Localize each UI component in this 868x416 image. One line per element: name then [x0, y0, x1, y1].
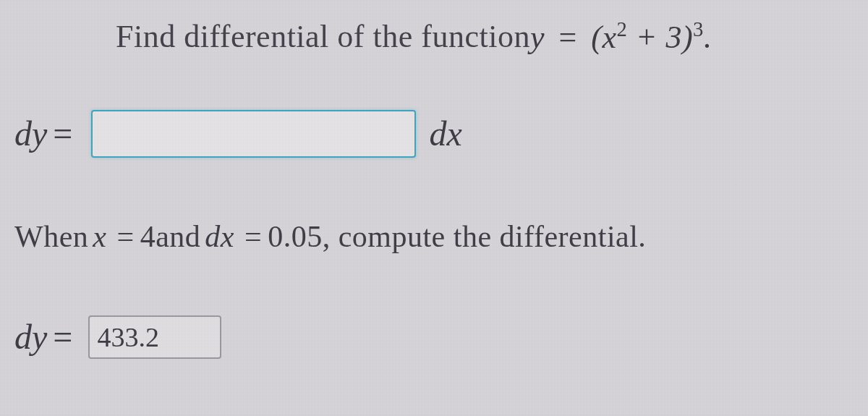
dy-expression-input[interactable]: [91, 110, 416, 158]
dx-value: 0.05: [268, 219, 323, 254]
dx-label: dx: [429, 114, 461, 153]
paren-open: (: [591, 20, 602, 55]
dy2-row: dy =: [14, 315, 846, 359]
when-lead: When: [14, 219, 88, 254]
var-x: x: [602, 20, 616, 55]
var-dx: dx: [205, 219, 234, 254]
dy-label: dy: [14, 317, 47, 357]
var-y: y: [530, 20, 545, 55]
dy-label: dy: [14, 114, 47, 153]
var-x: x: [93, 219, 106, 254]
equals-sign: =: [53, 317, 72, 357]
question-prompt: Find differential of the function y = (x…: [116, 18, 846, 56]
dy-numeric-input[interactable]: [88, 315, 221, 359]
period: .: [704, 20, 712, 55]
exponent-3: 3: [693, 18, 704, 41]
equals-sign: =: [116, 219, 134, 254]
when-row: When x = 4 and dx = 0.05 , compute the d…: [14, 219, 846, 254]
equals-sign: =: [53, 114, 72, 153]
equals-sign: =: [550, 20, 585, 55]
exponent-2: 2: [616, 18, 627, 41]
plus-three-paren: + 3): [627, 20, 693, 55]
when-tail: , compute the differential.: [323, 219, 647, 254]
equals-sign: =: [244, 219, 262, 254]
x-value: 4: [140, 219, 156, 254]
and-text: and: [156, 219, 200, 254]
prompt-text: Find differential of the function: [116, 18, 530, 55]
dy-row: dy = dx: [14, 110, 846, 158]
